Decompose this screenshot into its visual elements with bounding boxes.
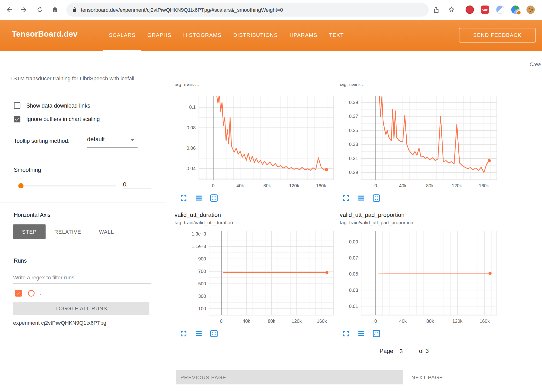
svg-text:160k: 160k xyxy=(479,318,490,324)
chart-toolbar xyxy=(180,194,218,202)
svg-text:700: 700 xyxy=(198,269,206,274)
clipped-chart-tag: tag: train/… xyxy=(175,84,278,88)
svg-text:0: 0 xyxy=(212,183,215,188)
forward-icon[interactable] xyxy=(20,6,28,14)
brand[interactable]: TensorBoard.dev xyxy=(12,29,78,39)
ignore-outliers-checkbox[interactable] xyxy=(14,116,20,122)
svg-text:0.29: 0.29 xyxy=(349,170,358,175)
axis-step-button[interactable]: STEP xyxy=(13,224,46,239)
fit-domain-icon[interactable] xyxy=(373,330,380,337)
run-checkbox[interactable] xyxy=(15,290,22,296)
chart-toolbar xyxy=(180,330,218,337)
run-name: . xyxy=(40,290,41,296)
chart-toolbar xyxy=(342,194,380,202)
clipped-chart-tag: tag: train/… xyxy=(340,84,444,88)
clipped-created-text: Crea xyxy=(530,61,541,67)
chart-top-right[interactable]: 040k80k120k160k0.390.370.350.330.310.29 xyxy=(335,93,498,192)
show-download-links-label: Show data download links xyxy=(26,103,90,109)
fit-domain-icon[interactable] xyxy=(373,194,380,202)
blue-extension-icon[interactable] xyxy=(496,6,504,14)
svg-text:0.03: 0.03 xyxy=(349,288,358,293)
divider xyxy=(0,250,166,250)
svg-text:0: 0 xyxy=(220,318,223,324)
expand-chart-icon[interactable] xyxy=(342,330,350,337)
svg-text:100: 100 xyxy=(198,306,206,311)
expand-chart-icon[interactable] xyxy=(180,194,187,202)
reload-icon[interactable] xyxy=(36,6,44,14)
tab-graphs[interactable]: GRAPHS xyxy=(141,20,177,51)
page-of-label: of 3 xyxy=(419,348,429,355)
chart-bottom-left[interactable]: 040k80k120k160k1.3e+31.1e+39007005003001… xyxy=(173,228,335,327)
svg-text:0.08: 0.08 xyxy=(187,125,196,130)
previous-page-button[interactable]: PREVIOUS PAGE xyxy=(176,370,403,384)
runs-label: Runs xyxy=(14,258,27,264)
checkmark-icon xyxy=(15,116,20,122)
divider xyxy=(0,155,166,155)
runs-list-icon[interactable] xyxy=(195,330,203,337)
svg-text:40k: 40k xyxy=(243,318,250,324)
select-underline xyxy=(87,147,138,148)
share-icon[interactable] xyxy=(432,6,440,14)
svg-text:0: 0 xyxy=(375,183,377,188)
tab-scalars[interactable]: SCALARS xyxy=(103,20,142,51)
fit-domain-icon[interactable] xyxy=(210,330,218,337)
show-download-links-checkbox[interactable] xyxy=(14,102,20,109)
chart-tag: tag: train/valid_utt_pad_proportion xyxy=(340,220,413,225)
profile-avatar[interactable]: 1 xyxy=(511,6,520,14)
chart-toolbar xyxy=(342,330,380,337)
lock-icon xyxy=(72,7,77,12)
home-icon[interactable] xyxy=(51,6,59,14)
svg-text:40k: 40k xyxy=(399,183,407,188)
svg-text:300: 300 xyxy=(198,294,206,299)
run-isolate-radio[interactable] xyxy=(28,290,35,296)
back-icon[interactable] xyxy=(6,6,13,14)
chart-title: valid_utt_pad_proportion xyxy=(340,212,404,219)
smoothing-slider-handle[interactable] xyxy=(18,183,23,189)
smoothing-value-input[interactable] xyxy=(123,181,151,188)
page-number-input[interactable] xyxy=(398,348,415,355)
divider xyxy=(0,202,166,203)
svg-text:0.04: 0.04 xyxy=(187,166,196,171)
svg-text:0.05: 0.05 xyxy=(349,271,358,277)
send-feedback-button[interactable]: SEND FEEDBACK xyxy=(459,28,536,43)
expand-chart-icon[interactable] xyxy=(342,194,350,202)
tooltip-sorting-select[interactable]: default xyxy=(87,136,138,147)
bookmark-star-icon[interactable] xyxy=(448,6,455,14)
svg-text:0.06: 0.06 xyxy=(187,145,196,151)
tab-histograms[interactable]: HISTOGRAMS xyxy=(177,20,227,51)
runs-filter-input[interactable] xyxy=(13,272,151,283)
svg-text:900: 900 xyxy=(198,256,206,261)
svg-text:0.01: 0.01 xyxy=(349,304,358,309)
svg-text:40k: 40k xyxy=(399,318,407,324)
tab-text[interactable]: TEXT xyxy=(323,20,350,51)
chart-top-left[interactable]: 040k80k120k160k0.10.080.060.04 xyxy=(173,93,335,192)
toggle-all-runs-button[interactable]: TOGGLE ALL RUNS xyxy=(13,302,149,315)
runs-list-icon[interactable] xyxy=(357,194,365,202)
tab-distributions[interactable]: DISTRIBUTIONS xyxy=(227,20,284,51)
cookie-extension-icon[interactable] xyxy=(526,6,535,14)
runs-list-icon[interactable] xyxy=(195,194,203,202)
svg-text:0: 0 xyxy=(375,318,377,324)
expand-chart-icon[interactable] xyxy=(180,330,187,337)
experiment-subtitle: LSTM transducer training for LibriSpeech… xyxy=(10,75,134,81)
axis-relative-button[interactable]: RELATIVE xyxy=(48,224,87,239)
adblock-extension-icon[interactable] xyxy=(466,6,474,14)
axis-wall-button[interactable]: WALL xyxy=(91,224,122,239)
url-bar[interactable]: tensorboard.dev/experiment/cj2vtPiwQHKN9… xyxy=(66,3,429,17)
next-page-button[interactable]: NEXT PAGE xyxy=(407,370,456,384)
abp-extension-icon[interactable]: ABP xyxy=(481,6,489,14)
svg-text:160k: 160k xyxy=(317,318,327,324)
browser-chrome: tensorboard.dev/experiment/cj2vtPiwQHKN9… xyxy=(0,0,542,20)
chevron-down-icon xyxy=(131,139,134,141)
tooltip-sorting-label: Tooltip sorting method: xyxy=(14,138,69,144)
runs-list-icon[interactable] xyxy=(357,330,365,337)
ignore-outliers-label: Ignore outliers in chart scaling xyxy=(26,116,100,122)
smoothing-slider-track[interactable] xyxy=(20,186,116,186)
chart-bottom-right[interactable]: 040k80k120k160k0.090.070.050.030.01 xyxy=(338,228,501,327)
tab-hparams[interactable]: HPARAMS xyxy=(284,20,323,51)
svg-text:0.39: 0.39 xyxy=(349,100,358,105)
fit-domain-icon[interactable] xyxy=(210,194,218,202)
svg-text:0.09: 0.09 xyxy=(349,239,358,244)
url-text: tensorboard.dev/experiment/cj2vtPiwQHKN9… xyxy=(81,3,283,17)
svg-text:80k: 80k xyxy=(426,318,434,324)
